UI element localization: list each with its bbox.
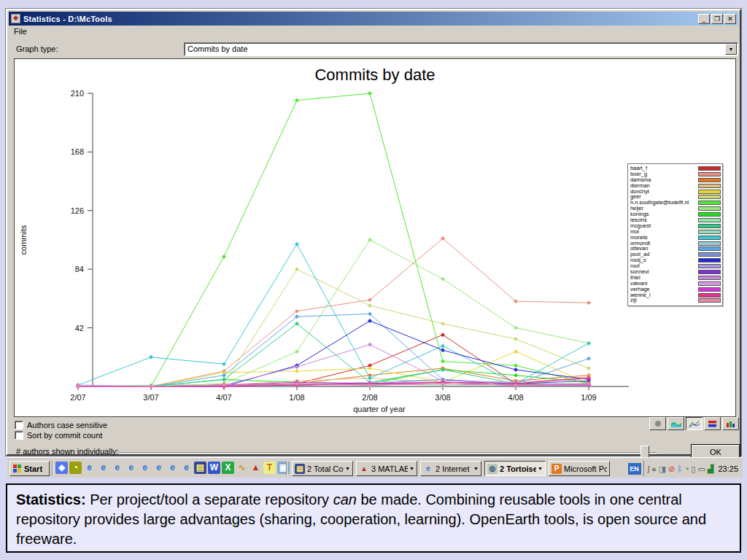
display-icon[interactable]: ▭: [698, 464, 705, 474]
bar-chart-icon: [725, 419, 737, 428]
chevron-down-icon[interactable]: ▼: [409, 466, 414, 471]
ie-icon[interactable]: e: [139, 462, 151, 474]
data-marker: [441, 322, 445, 326]
taskbar-button-3[interactable]: e2 Internet ...▼: [420, 461, 481, 476]
legend-swatch: [698, 230, 721, 234]
authors-shown-label: # authors shown individually:: [16, 447, 119, 456]
save-icon: ▤: [295, 464, 305, 474]
caption-italic: can: [333, 491, 357, 508]
series-line-heijer: [78, 240, 589, 386]
data-marker: [368, 376, 372, 381]
caption-text: Per project/tool a separate repository: [86, 491, 333, 508]
y-tick-label: 210: [71, 89, 84, 98]
ie-icon[interactable]: e: [125, 462, 137, 474]
legend-entry: ormondt: [630, 241, 721, 246]
data-marker: [295, 369, 299, 373]
data-marker: [514, 337, 518, 341]
authors-slider-track[interactable]: [118, 452, 657, 454]
menu-file[interactable]: File: [9, 26, 32, 36]
schedule-icon[interactable]: ◔: [69, 462, 82, 474]
alert-icon[interactable]: ⊘: [668, 464, 675, 474]
sort-by-commit-count-checkbox[interactable]: [15, 431, 23, 440]
legend-entry: rooij_s: [630, 257, 721, 263]
data-marker: [295, 349, 299, 354]
textpad-icon[interactable]: T: [263, 462, 276, 474]
legend-entry: h.n.southgate@tudelft.nl: [630, 200, 721, 206]
graph-type-select[interactable]: Commits by date ▼: [184, 42, 738, 56]
chart-legend: baart_fboer_gdamsmadiermandonchytgeerh.n…: [627, 163, 723, 306]
ie-icon[interactable]: e: [152, 462, 165, 474]
legend-label: h.n.southgate@tudelft.nl: [630, 200, 697, 206]
legend-entry: vatvani: [630, 281, 721, 287]
taskbar-divider: [286, 461, 287, 476]
taskbar-button-5[interactable]: PMicrosoft Po...: [549, 461, 610, 476]
chevron-down-icon[interactable]: ▼: [345, 466, 350, 471]
audio-icon[interactable]: ◨: [659, 464, 666, 474]
minimize-icon[interactable]: _: [698, 14, 710, 24]
data-marker: [368, 91, 372, 96]
x-axis-label: quarter of year: [353, 405, 406, 413]
maximize-icon[interactable]: ❐: [711, 14, 723, 24]
chevron-down-icon[interactable]: ▼: [473, 466, 479, 471]
legend-swatch: [698, 287, 721, 292]
legend-swatch: [698, 246, 721, 251]
legend-swatch: [698, 201, 721, 205]
stacked-bar-icon: [707, 419, 719, 428]
legend-entry: baart_f: [630, 166, 721, 171]
ie-icon[interactable]: e: [83, 462, 96, 474]
data-marker: [295, 267, 299, 271]
network-icon[interactable]: ▟: [708, 464, 713, 474]
legend-swatch: [698, 281, 721, 286]
ie-icon[interactable]: e: [166, 462, 179, 474]
language-indicator[interactable]: EN: [628, 463, 641, 475]
excel-icon[interactable]: X: [222, 462, 234, 474]
legend-swatch: [698, 264, 721, 268]
series-line-morelis: [78, 244, 589, 385]
chevron-down-icon[interactable]: ▼: [725, 44, 737, 55]
clock-icon[interactable]: ◔: [684, 464, 689, 474]
ie-icon[interactable]: e: [180, 462, 193, 474]
chevron-left-icon[interactable]: «: [652, 464, 657, 474]
legend-entry: konings: [630, 211, 721, 217]
authors-case-sensitive-checkbox[interactable]: [15, 421, 23, 429]
legend-entry: mcguest: [630, 223, 721, 229]
taskbar-button-4[interactable]: ◎2 Tortoise...▼: [484, 461, 546, 476]
ie-icon[interactable]: e: [111, 462, 123, 474]
area-chart-view-button[interactable]: [667, 417, 684, 430]
data-marker: [368, 238, 372, 242]
taskbar-button-label: 2 Total Com...: [307, 464, 344, 473]
legend-label: damsma: [630, 177, 697, 183]
dialer-icon[interactable]: ∫: [648, 464, 650, 474]
menu-bar: File: [9, 26, 738, 37]
legend-swatch: [698, 218, 721, 222]
start-button[interactable]: Start: [9, 461, 50, 476]
line-chart-view-button[interactable]: [686, 417, 703, 430]
close-icon[interactable]: ✕: [724, 14, 736, 24]
legend-entry: geer: [630, 194, 721, 200]
legend-label: rooij_s: [630, 257, 697, 263]
taskbar-button-2[interactable]: ▲3 MATLAB▼: [356, 461, 417, 476]
legend-label: vatvani: [630, 281, 697, 287]
bluetooth-icon[interactable]: ᛒ: [677, 464, 682, 474]
device-icon[interactable]: ▯: [692, 464, 696, 474]
ie-icon[interactable]: e: [97, 462, 109, 474]
app-icon[interactable]: ◈: [55, 462, 68, 474]
bar-chart-view-button[interactable]: [722, 417, 739, 430]
taskbar-button-1[interactable]: ▤2 Total Com...▼: [292, 461, 353, 476]
legend-swatch: [698, 172, 721, 176]
save-icon[interactable]: ▤: [194, 462, 206, 474]
line-chart-icon: [689, 419, 700, 428]
data-marker: [295, 98, 299, 103]
title-bar[interactable]: ❖ Statistics - D:\McTools _❐✕: [9, 12, 738, 26]
chevron-down-icon[interactable]: ▼: [538, 466, 543, 471]
matlab-icon[interactable]: ▲: [249, 462, 262, 474]
data-marker: [514, 326, 518, 330]
data-marker: [514, 373, 518, 378]
swoosh-icon[interactable]: ∿: [236, 462, 248, 474]
stacked-bar-view-button[interactable]: [704, 417, 721, 430]
circle-view-button[interactable]: [649, 417, 666, 430]
data-marker: [514, 368, 518, 372]
image-icon[interactable]: ▣: [277, 462, 290, 474]
word-icon[interactable]: W: [208, 462, 220, 474]
data-marker: [514, 363, 518, 368]
